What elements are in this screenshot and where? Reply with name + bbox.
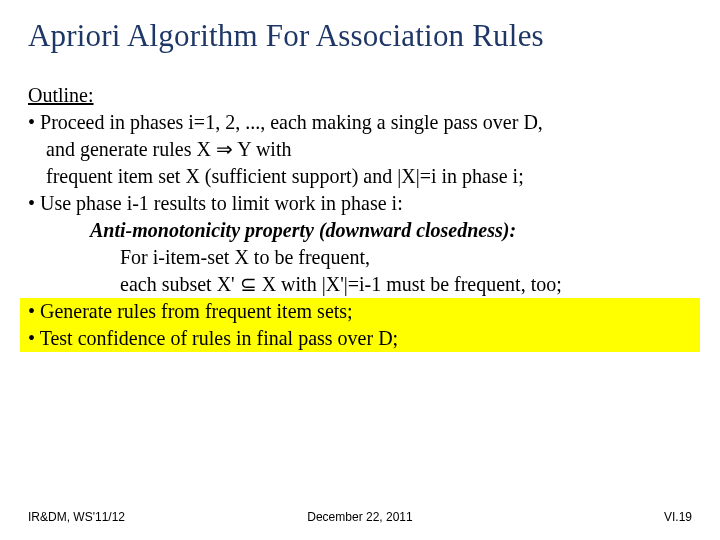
anti-monotonicity-line-2: each subset X' ⊆ X with |X'|=i-1 must be… [28, 271, 692, 298]
footer-left: IR&DM, WS'11/12 [28, 510, 249, 524]
anti-monotonicity-line-1: For i-item-set X to be frequent, [28, 244, 692, 271]
bullet-2-line-1: • Use phase i-1 results to limit work in… [28, 190, 692, 217]
bullet-1-line-1: • Proceed in phases i=1, 2, ..., each ma… [28, 109, 692, 136]
footer: IR&DM, WS'11/12 December 22, 2011 VI.19 [0, 510, 720, 524]
footer-right: VI.19 [471, 510, 692, 524]
bullet-1-line-3: frequent item set X (sufficient support)… [28, 163, 692, 190]
slide-container: Apriori Algorithm For Association Rules … [0, 0, 720, 540]
bullet-1-line-2: and generate rules X ⇒ Y with [28, 136, 692, 163]
page-title: Apriori Algorithm For Association Rules [28, 18, 692, 54]
slide-content: Outline: • Proceed in phases i=1, 2, ...… [28, 82, 692, 352]
bullet-3: • Generate rules from frequent item sets… [28, 298, 692, 325]
outline-label: Outline: [28, 82, 692, 109]
footer-center: December 22, 2011 [249, 510, 470, 524]
bullet-4: • Test confidence of rules in final pass… [28, 325, 692, 352]
highlight-block: • Generate rules from frequent item sets… [20, 298, 700, 352]
anti-monotonicity-heading: Anti-monotonicity property (downward clo… [28, 217, 692, 244]
